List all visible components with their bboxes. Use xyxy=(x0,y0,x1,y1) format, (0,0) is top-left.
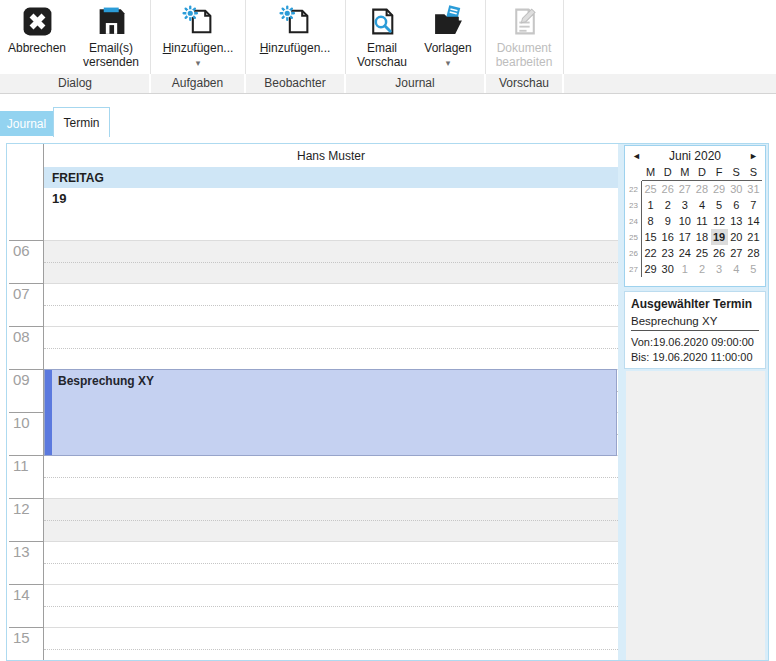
mini-calendar-day[interactable]: 2 xyxy=(659,197,676,213)
mini-calendar-day[interactable]: 17 xyxy=(676,229,693,245)
appointment-stripe xyxy=(45,370,52,455)
tab-label: Journal xyxy=(7,117,46,131)
appointment-block[interactable]: Besprechung XY xyxy=(44,369,617,456)
mini-calendar-day[interactable]: 29 xyxy=(642,261,659,277)
time-gutter: 06070809101112131415 xyxy=(7,144,44,660)
mini-calendar-day[interactable]: 30 xyxy=(659,261,676,277)
mini-calendar-day[interactable]: 25 xyxy=(642,181,659,197)
hour-row[interactable] xyxy=(44,584,618,627)
prev-month-icon[interactable]: ◄ xyxy=(632,151,641,161)
mini-calendar-day[interactable]: 23 xyxy=(659,245,676,261)
mini-calendar-day[interactable]: 16 xyxy=(659,229,676,245)
document-preview-icon xyxy=(366,5,399,38)
mini-calendar-day[interactable]: 29 xyxy=(711,181,728,197)
hour-label: 10 xyxy=(13,414,30,431)
week-number: 25 xyxy=(627,229,642,245)
add-document-icon xyxy=(279,5,312,38)
mini-calendar-day[interactable]: 22 xyxy=(642,245,659,261)
group-bar-separator xyxy=(562,74,564,93)
button-label: Vorlagen xyxy=(424,41,471,55)
mini-calendar-day[interactable]: 5 xyxy=(711,197,728,213)
mini-calendar-day[interactable]: 28 xyxy=(693,181,710,197)
mini-calendar-day[interactable]: 1 xyxy=(676,261,693,277)
mini-calendar-day[interactable]: 3 xyxy=(676,197,693,213)
hour-row[interactable] xyxy=(44,283,618,326)
hour-row[interactable] xyxy=(44,240,618,283)
mini-calendar-day[interactable]: 31 xyxy=(745,181,762,197)
group-label-vorschau: Vorschau xyxy=(485,76,563,90)
half-hour-line xyxy=(44,649,618,650)
mini-calendar-day[interactable]: 19 xyxy=(711,229,728,245)
mini-calendar-day[interactable]: 27 xyxy=(728,245,745,261)
mini-calendar-day[interactable]: 20 xyxy=(728,229,745,245)
templates-folder-icon xyxy=(432,5,465,38)
hour-label-cell: 06 xyxy=(7,240,43,283)
save-icon xyxy=(95,5,128,38)
dropdown-arrow-icon[interactable]: ▾ xyxy=(196,59,201,68)
mini-calendar-day[interactable]: 21 xyxy=(745,229,762,245)
button-label: Email Vorschau xyxy=(348,41,416,69)
mini-calendar-day[interactable]: 1 xyxy=(642,197,659,213)
appointment-dialog-window: Abbrechen Email(s) versenden Hinzufügen.… xyxy=(0,0,776,661)
mini-calendar-day[interactable]: 14 xyxy=(745,213,762,229)
dropdown-arrow-icon[interactable]: ▾ xyxy=(446,59,451,68)
hour-row[interactable] xyxy=(44,326,618,369)
mini-calendar-day[interactable]: 25 xyxy=(693,245,710,261)
mini-calendar: ◄ Juni 2020 ► MDMDFSS2225262728293031231… xyxy=(624,145,766,287)
hour-labels: 06070809101112131415 xyxy=(7,240,43,661)
mini-calendar-day[interactable]: 10 xyxy=(676,213,693,229)
hour-label-cell: 14 xyxy=(7,584,43,627)
hour-label: 06 xyxy=(13,242,30,259)
hour-row[interactable] xyxy=(44,455,618,498)
hinzufuegen-aufgaben-button[interactable]: Hinzufügen... ▾ xyxy=(153,5,243,68)
mini-calendar-day[interactable]: 24 xyxy=(676,245,693,261)
group-label-dialog: Dialog xyxy=(0,76,150,90)
mini-calendar-day[interactable]: 4 xyxy=(728,261,745,277)
mini-calendar-day[interactable]: 7 xyxy=(745,197,762,213)
half-hour-line xyxy=(44,262,618,263)
hour-label: 09 xyxy=(13,371,30,388)
ribbon-toolbar: Abbrechen Email(s) versenden Hinzufügen.… xyxy=(0,0,776,95)
hour-label-cell: 08 xyxy=(7,326,43,369)
mini-calendar-day[interactable]: 9 xyxy=(659,213,676,229)
mini-calendar-day[interactable]: 6 xyxy=(728,197,745,213)
next-month-icon[interactable]: ► xyxy=(749,151,758,161)
hour-row[interactable] xyxy=(44,541,618,584)
selected-appointment-title[interactable]: Besprechung XY xyxy=(631,315,759,331)
week-number: 22 xyxy=(627,181,642,197)
weekday-header: M xyxy=(642,165,659,181)
tab-termin[interactable]: Termin xyxy=(53,107,110,137)
hour-label: 12 xyxy=(13,500,30,517)
mini-calendar-day[interactable]: 11 xyxy=(693,213,710,229)
mini-calendar-day[interactable]: 15 xyxy=(642,229,659,245)
mini-calendar-day[interactable]: 30 xyxy=(728,181,745,197)
hour-label: 15 xyxy=(13,629,30,646)
email-vorschau-button[interactable]: Email Vorschau xyxy=(348,5,416,69)
hour-label-cell: 12 xyxy=(7,498,43,541)
emails-versenden-button[interactable]: Email(s) versenden xyxy=(72,5,150,69)
half-hour-line xyxy=(44,305,618,306)
half-hour-line xyxy=(44,520,618,521)
button-label: Hinzufügen... xyxy=(260,41,331,55)
hinzufuegen-beobachter-button[interactable]: Hinzufügen... xyxy=(247,5,343,55)
mini-calendar-day[interactable]: 12 xyxy=(711,213,728,229)
week-number: 27 xyxy=(627,261,642,277)
hour-row[interactable] xyxy=(44,498,618,541)
abbrechen-button[interactable]: Abbrechen xyxy=(2,5,72,55)
mini-calendar-day[interactable]: 8 xyxy=(642,213,659,229)
mini-calendar-day[interactable]: 28 xyxy=(745,245,762,261)
hour-row[interactable] xyxy=(44,627,618,661)
mini-calendar-day[interactable]: 4 xyxy=(693,197,710,213)
mini-calendar-day[interactable]: 5 xyxy=(745,261,762,277)
mini-calendar-day[interactable]: 26 xyxy=(659,181,676,197)
mini-calendar-day[interactable]: 3 xyxy=(711,261,728,277)
mini-calendar-day[interactable]: 2 xyxy=(693,261,710,277)
hour-label: 13 xyxy=(13,543,30,560)
vorlagen-button[interactable]: Vorlagen ▾ xyxy=(414,5,482,68)
mini-calendar-day[interactable]: 27 xyxy=(676,181,693,197)
mini-calendar-day[interactable]: 18 xyxy=(693,229,710,245)
mini-calendar-day[interactable]: 26 xyxy=(711,245,728,261)
mini-calendar-day[interactable]: 13 xyxy=(728,213,745,229)
hour-label-cell: 15 xyxy=(7,627,43,661)
tab-journal[interactable]: Journal xyxy=(0,111,53,136)
